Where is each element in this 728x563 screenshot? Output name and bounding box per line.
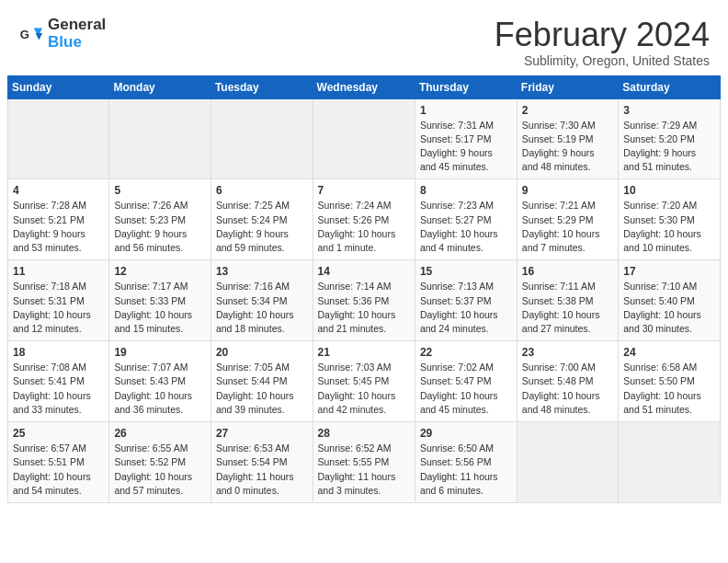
- day-number: 19: [114, 346, 206, 359]
- calendar-cell: 17Sunrise: 7:10 AMSunset: 5:40 PMDayligh…: [619, 260, 721, 341]
- day-number: 29: [420, 427, 512, 440]
- page-header: G General Blue February 2024 Sublimity, …: [0, 0, 728, 75]
- day-number: 10: [623, 184, 715, 197]
- col-tuesday: Tuesday: [210, 75, 313, 98]
- calendar-cell: 24Sunrise: 6:58 AMSunset: 5:50 PMDayligh…: [619, 341, 721, 422]
- calendar-cell: 1Sunrise: 7:31 AMSunset: 5:17 PMDaylight…: [415, 98, 517, 179]
- calendar-week-2: 4Sunrise: 7:28 AMSunset: 5:21 PMDaylight…: [8, 179, 721, 260]
- col-sunday: Sunday: [8, 75, 109, 98]
- col-wednesday: Wednesday: [313, 75, 415, 98]
- day-info: Sunrise: 6:55 AMSunset: 5:52 PMDaylight:…: [114, 442, 206, 498]
- calendar-cell: [109, 98, 211, 179]
- calendar-cell: 2Sunrise: 7:30 AMSunset: 5:19 PMDaylight…: [517, 98, 618, 179]
- calendar-cell: 21Sunrise: 7:03 AMSunset: 5:45 PMDayligh…: [313, 341, 415, 422]
- logo-text: General Blue: [48, 17, 106, 51]
- day-info: Sunrise: 6:58 AMSunset: 5:50 PMDaylight:…: [623, 361, 715, 417]
- calendar-container: Sunday Monday Tuesday Wednesday Thursday…: [0, 75, 728, 511]
- day-info: Sunrise: 7:08 AMSunset: 5:41 PMDaylight:…: [13, 361, 104, 417]
- day-number: 2: [522, 104, 613, 117]
- day-number: 17: [623, 265, 715, 278]
- calendar-cell: 14Sunrise: 7:14 AMSunset: 5:36 PMDayligh…: [313, 260, 415, 341]
- calendar-cell: [517, 422, 618, 503]
- calendar-cell: [313, 98, 415, 179]
- calendar-week-4: 18Sunrise: 7:08 AMSunset: 5:41 PMDayligh…: [8, 341, 721, 422]
- day-number: 21: [318, 346, 410, 359]
- calendar-cell: 15Sunrise: 7:13 AMSunset: 5:37 PMDayligh…: [415, 260, 517, 341]
- calendar-cell: [8, 98, 109, 179]
- calendar-cell: 5Sunrise: 7:26 AMSunset: 5:23 PMDaylight…: [109, 179, 211, 260]
- day-info: Sunrise: 6:53 AMSunset: 5:54 PMDaylight:…: [216, 442, 308, 498]
- day-info: Sunrise: 7:30 AMSunset: 5:19 PMDaylight:…: [522, 119, 613, 175]
- day-number: 4: [13, 184, 104, 197]
- day-number: 24: [623, 346, 715, 359]
- day-number: 18: [13, 346, 104, 359]
- calendar-cell: 22Sunrise: 7:02 AMSunset: 5:47 PMDayligh…: [415, 341, 517, 422]
- calendar-cell: 10Sunrise: 7:20 AMSunset: 5:30 PMDayligh…: [619, 179, 721, 260]
- day-info: Sunrise: 7:23 AMSunset: 5:27 PMDaylight:…: [420, 199, 512, 255]
- calendar-cell: 18Sunrise: 7:08 AMSunset: 5:41 PMDayligh…: [8, 341, 109, 422]
- day-number: 14: [318, 265, 410, 278]
- day-number: 23: [522, 346, 613, 359]
- day-number: 5: [114, 184, 206, 197]
- day-info: Sunrise: 7:02 AMSunset: 5:47 PMDaylight:…: [420, 361, 512, 417]
- calendar-cell: 3Sunrise: 7:29 AMSunset: 5:20 PMDaylight…: [619, 98, 721, 179]
- calendar-week-3: 11Sunrise: 7:18 AMSunset: 5:31 PMDayligh…: [8, 260, 721, 341]
- day-number: 9: [522, 184, 613, 197]
- day-number: 11: [13, 265, 104, 278]
- calendar-cell: 6Sunrise: 7:25 AMSunset: 5:24 PMDaylight…: [210, 179, 313, 260]
- svg-marker-2: [36, 33, 42, 40]
- day-info: Sunrise: 7:17 AMSunset: 5:33 PMDaylight:…: [114, 280, 206, 336]
- day-info: Sunrise: 7:07 AMSunset: 5:43 PMDaylight:…: [114, 361, 206, 417]
- day-info: Sunrise: 7:16 AMSunset: 5:34 PMDaylight:…: [216, 280, 308, 336]
- calendar-table: Sunday Monday Tuesday Wednesday Thursday…: [7, 75, 721, 503]
- logo-blue: Blue: [48, 34, 106, 52]
- day-info: Sunrise: 7:00 AMSunset: 5:48 PMDaylight:…: [522, 361, 613, 417]
- col-monday: Monday: [109, 75, 211, 98]
- calendar-cell: 20Sunrise: 7:05 AMSunset: 5:44 PMDayligh…: [210, 341, 313, 422]
- calendar-week-5: 25Sunrise: 6:57 AMSunset: 5:51 PMDayligh…: [8, 422, 721, 503]
- day-info: Sunrise: 7:26 AMSunset: 5:23 PMDaylight:…: [114, 199, 206, 255]
- day-number: 15: [420, 265, 512, 278]
- calendar-cell: 4Sunrise: 7:28 AMSunset: 5:21 PMDaylight…: [8, 179, 109, 260]
- day-number: 26: [114, 427, 206, 440]
- calendar-cell: [210, 98, 313, 179]
- day-number: 3: [623, 104, 715, 117]
- day-info: Sunrise: 7:31 AMSunset: 5:17 PMDaylight:…: [420, 119, 512, 175]
- day-number: 6: [216, 184, 308, 197]
- day-info: Sunrise: 7:03 AMSunset: 5:45 PMDaylight:…: [318, 361, 410, 417]
- calendar-cell: [619, 422, 721, 503]
- logo-icon: G: [18, 21, 44, 47]
- calendar-cell: 11Sunrise: 7:18 AMSunset: 5:31 PMDayligh…: [8, 260, 109, 341]
- day-info: Sunrise: 7:20 AMSunset: 5:30 PMDaylight:…: [623, 199, 715, 255]
- calendar-cell: 19Sunrise: 7:07 AMSunset: 5:43 PMDayligh…: [109, 341, 211, 422]
- calendar-cell: 9Sunrise: 7:21 AMSunset: 5:29 PMDaylight…: [517, 179, 618, 260]
- day-number: 12: [114, 265, 206, 278]
- svg-text:G: G: [20, 27, 29, 40]
- day-info: Sunrise: 7:14 AMSunset: 5:36 PMDaylight:…: [318, 280, 410, 336]
- calendar-cell: 12Sunrise: 7:17 AMSunset: 5:33 PMDayligh…: [109, 260, 211, 341]
- calendar-cell: 7Sunrise: 7:24 AMSunset: 5:26 PMDaylight…: [313, 179, 415, 260]
- day-info: Sunrise: 7:24 AMSunset: 5:26 PMDaylight:…: [318, 199, 410, 255]
- logo: G General Blue: [18, 17, 106, 51]
- day-info: Sunrise: 6:50 AMSunset: 5:56 PMDaylight:…: [420, 442, 512, 498]
- calendar-cell: 27Sunrise: 6:53 AMSunset: 5:54 PMDayligh…: [210, 422, 313, 503]
- day-info: Sunrise: 7:11 AMSunset: 5:38 PMDaylight:…: [522, 280, 613, 336]
- day-number: 16: [522, 265, 613, 278]
- day-number: 28: [318, 427, 410, 440]
- calendar-title: February 2024: [495, 17, 710, 53]
- calendar-cell: 16Sunrise: 7:11 AMSunset: 5:38 PMDayligh…: [517, 260, 618, 341]
- calendar-cell: 26Sunrise: 6:55 AMSunset: 5:52 PMDayligh…: [109, 422, 211, 503]
- col-thursday: Thursday: [415, 75, 517, 98]
- calendar-cell: 29Sunrise: 6:50 AMSunset: 5:56 PMDayligh…: [415, 422, 517, 503]
- day-info: Sunrise: 7:10 AMSunset: 5:40 PMDaylight:…: [623, 280, 715, 336]
- calendar-week-1: 1Sunrise: 7:31 AMSunset: 5:17 PMDaylight…: [8, 98, 721, 179]
- day-number: 1: [420, 104, 512, 117]
- day-info: Sunrise: 7:25 AMSunset: 5:24 PMDaylight:…: [216, 199, 308, 255]
- calendar-cell: 8Sunrise: 7:23 AMSunset: 5:27 PMDaylight…: [415, 179, 517, 260]
- day-info: Sunrise: 6:52 AMSunset: 5:55 PMDaylight:…: [318, 442, 410, 498]
- day-number: 25: [13, 427, 104, 440]
- calendar-subtitle: Sublimity, Oregon, United States: [495, 53, 710, 68]
- day-number: 8: [420, 184, 512, 197]
- calendar-cell: 25Sunrise: 6:57 AMSunset: 5:51 PMDayligh…: [8, 422, 109, 503]
- day-number: 13: [216, 265, 308, 278]
